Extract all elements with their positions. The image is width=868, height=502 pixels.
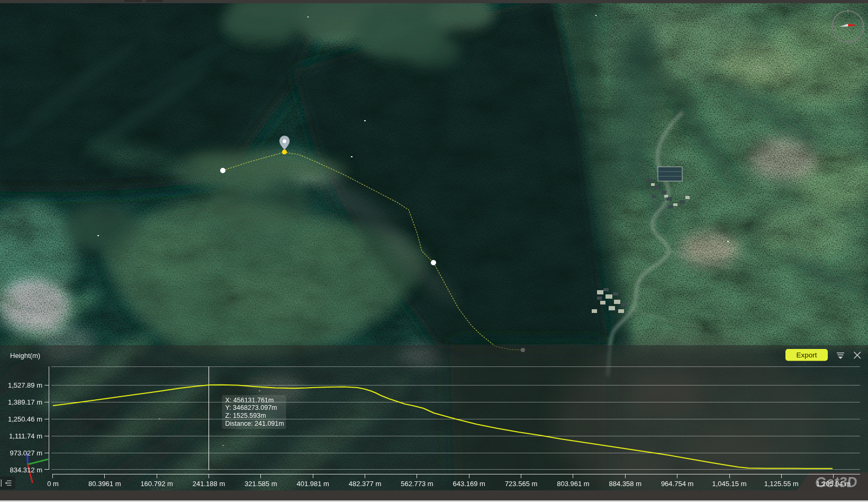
svg-text:1,205.94 m: 1,205.94 m [816, 480, 851, 488]
svg-text:X: 456131.761m: X: 456131.761m [225, 397, 274, 404]
svg-text:321.585 m: 321.585 m [245, 480, 277, 488]
svg-text:643.169 m: 643.169 m [453, 480, 485, 488]
svg-text:482.377 m: 482.377 m [349, 480, 381, 488]
svg-text:80.3961 m: 80.3961 m [88, 480, 121, 488]
svg-text:884.358 m: 884.358 m [609, 480, 641, 488]
svg-text:Height(m): Height(m) [10, 352, 40, 360]
svg-text:1,111.74 m: 1,111.74 m [9, 432, 42, 440]
svg-text:Z: 1525.593m: Z: 1525.593m [225, 412, 266, 419]
svg-text:964.754 m: 964.754 m [661, 480, 693, 488]
svg-text:803.961 m: 803.961 m [557, 480, 589, 488]
svg-text:973.027 m: 973.027 m [10, 449, 42, 457]
svg-text:562.773 m: 562.773 m [401, 480, 433, 488]
svg-text:1,125.55 m: 1,125.55 m [764, 480, 799, 488]
svg-text:1,045.15 m: 1,045.15 m [712, 480, 746, 488]
svg-text:1,389.17 m: 1,389.17 m [8, 398, 42, 406]
svg-text:0 m: 0 m [47, 480, 59, 488]
svg-text:160.792 m: 160.792 m [140, 480, 173, 488]
svg-text:Y: 3468273.097m: Y: 3468273.097m [225, 404, 277, 411]
svg-text:Distance: 241.091m: Distance: 241.091m [225, 420, 284, 427]
svg-text:Export: Export [796, 351, 817, 359]
svg-text:401.981 m: 401.981 m [296, 480, 329, 488]
svg-text:1,527.89 m: 1,527.89 m [8, 381, 42, 389]
svg-text:1,250.46 m: 1,250.46 m [8, 415, 42, 423]
svg-text:241.188 m: 241.188 m [193, 480, 225, 488]
svg-text:834.312 m: 834.312 m [10, 466, 42, 474]
svg-text:723.565 m: 723.565 m [505, 480, 537, 488]
